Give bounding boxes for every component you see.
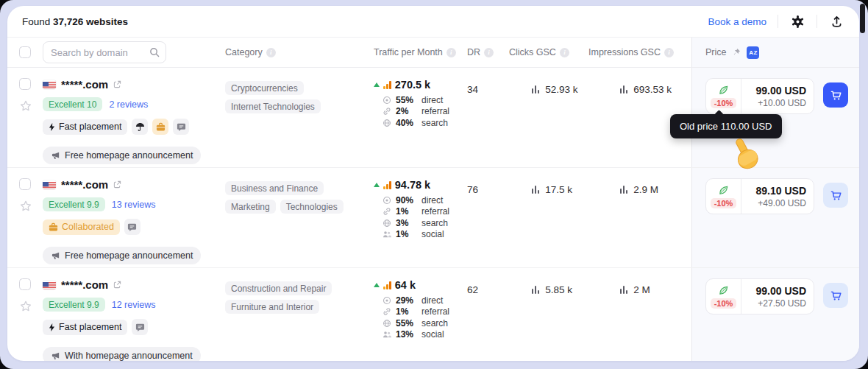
old-price-tooltip: Old price 110.00 USD — [670, 114, 782, 138]
us-flag-icon — [43, 80, 56, 89]
domain-search — [43, 41, 166, 63]
traffic-source: 2%referral — [374, 106, 467, 118]
bar-chart-icon — [532, 85, 539, 94]
info-icon[interactable]: i — [484, 48, 494, 57]
vertical-scrollbar-thumb[interactable] — [860, 4, 865, 33]
info-icon[interactable]: i — [664, 48, 674, 57]
divider — [778, 15, 778, 28]
category-tag: Construction and Repair — [225, 281, 332, 295]
referral-link-icon — [383, 207, 391, 216]
external-link-icon[interactable] — [113, 180, 121, 189]
bar-chart-icon — [620, 286, 627, 294]
us-flag-icon — [43, 281, 56, 289]
referral-link-icon — [383, 307, 391, 316]
eco-leaf-icon — [718, 185, 729, 196]
favorite-star-icon[interactable] — [19, 200, 32, 213]
info-icon[interactable]: i — [447, 48, 456, 57]
clicks-gsc-value: 52.93 k — [532, 84, 588, 95]
traffic-value: 64 k — [395, 279, 416, 291]
add-to-cart-button[interactable] — [823, 183, 848, 208]
dr-value: 34 — [467, 68, 509, 167]
column-category[interactable]: Categoryi — [225, 47, 374, 57]
divider — [817, 15, 817, 28]
external-link-icon[interactable] — [113, 281, 121, 289]
add-to-cart-button[interactable] — [823, 82, 848, 108]
traffic-value: 94.78 k — [395, 179, 430, 191]
search-icon — [149, 47, 160, 57]
traffic-source: 55%search — [374, 317, 467, 329]
search-input[interactable] — [43, 41, 166, 63]
briefcase-icon[interactable] — [152, 119, 168, 135]
bar-chart-icon — [532, 186, 539, 194]
row-checkbox[interactable] — [19, 78, 31, 90]
add-to-cart-button[interactable] — [823, 283, 848, 308]
reviews-link[interactable]: 13 reviews — [112, 200, 156, 210]
found-prefix: Found — [22, 16, 53, 27]
info-icon[interactable]: i — [560, 48, 569, 57]
column-impressions-gsc[interactable]: Impressions GSCi — [588, 47, 691, 57]
table-row: *****.com Excellent 9.9 13 reviews Colla… — [7, 168, 859, 268]
domain-name[interactable]: *****.com — [61, 178, 108, 191]
sort-az-icon[interactable]: AZ — [747, 46, 759, 59]
search-globe-icon — [383, 319, 391, 328]
clicks-gsc-value: 17.5 k — [532, 184, 588, 195]
rating-badge: Excellent 10 — [43, 97, 102, 111]
gambling-umbrella-icon[interactable] — [132, 119, 148, 135]
reviews-link[interactable]: 12 reviews — [112, 300, 156, 310]
traffic-source: 1%referral — [374, 306, 467, 318]
traffic-source: 90%direct — [374, 194, 467, 206]
column-traffic[interactable]: Traffic per Monthi — [374, 47, 467, 57]
websites-table-card: Found 37,726 websites Book a demo — [7, 6, 859, 361]
cart-icon — [830, 89, 842, 102]
settings-gear-button[interactable] — [789, 13, 805, 29]
domain-name[interactable]: *****.com — [61, 278, 108, 291]
price-extra: +27.50 USD — [758, 298, 806, 309]
favorite-star-icon[interactable] — [19, 300, 32, 313]
megaphone-icon — [51, 151, 60, 161]
column-price[interactable]: Price AZ — [691, 38, 859, 67]
category-tag: Business and Finance — [225, 181, 324, 195]
traffic-source: 55%direct — [374, 94, 467, 106]
pin-icon[interactable] — [732, 48, 741, 57]
discount-badge[interactable]: -10% — [711, 98, 737, 108]
info-icon[interactable]: i — [266, 48, 276, 57]
cart-icon — [830, 189, 842, 202]
briefcase-icon — [49, 222, 58, 232]
announcement-tag: Free homepage announcement — [43, 147, 201, 164]
lightning-icon — [49, 123, 55, 131]
discount-badge[interactable]: -10% — [711, 198, 737, 208]
fast-placement-tag: Fast placement — [43, 119, 127, 135]
traffic-source: 3%search — [374, 217, 467, 229]
row-checkbox[interactable] — [19, 278, 31, 290]
column-dr[interactable]: DRi — [467, 47, 509, 57]
select-all-checkbox[interactable] — [19, 46, 31, 58]
announcement-tag: Free homepage announcement — [43, 247, 201, 264]
category-tag: Technologies — [280, 200, 344, 214]
eco-leaf-icon — [718, 85, 729, 96]
megaphone-icon — [51, 251, 60, 261]
column-clicks-gsc[interactable]: Clicks GSCi — [509, 47, 588, 57]
price-value: 89.10 USD — [756, 185, 806, 197]
external-link-icon[interactable] — [113, 80, 121, 88]
found-count: 37,726 websites — [53, 16, 128, 27]
bar-chart-icon — [620, 85, 627, 94]
price-card: -10% 99.00 USD +10.00 USD — [705, 78, 814, 114]
domain-name[interactable]: *****.com — [61, 78, 108, 91]
trend-up-icon — [374, 283, 380, 287]
favorite-star-icon[interactable] — [19, 99, 32, 113]
export-button[interactable] — [828, 13, 844, 29]
rating-badge: Excellent 9.9 — [43, 298, 105, 312]
referral-link-icon — [383, 107, 391, 116]
price-extra: +10.00 USD — [758, 98, 806, 108]
lightning-icon — [49, 323, 55, 331]
comment-icon[interactable] — [132, 319, 148, 335]
reviews-link[interactable]: 2 reviews — [109, 99, 148, 110]
category-tag: Marketing — [225, 200, 276, 214]
gear-icon — [791, 15, 805, 29]
row-checkbox[interactable] — [19, 178, 31, 190]
clicks-gsc-value: 5.85 k — [532, 284, 588, 295]
comment-icon[interactable] — [124, 219, 140, 235]
book-a-demo-link[interactable]: Book a demo — [708, 16, 766, 27]
comment-icon[interactable] — [173, 119, 189, 135]
discount-badge[interactable]: -10% — [711, 298, 737, 309]
